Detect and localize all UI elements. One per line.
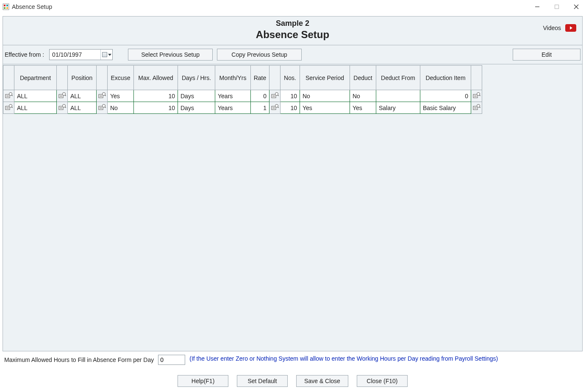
cell-nos[interactable]: 10	[281, 102, 300, 114]
col-service-period[interactable]: Service Period	[300, 66, 350, 90]
copy-previous-setup-button[interactable]: Copy Previous Setup	[217, 49, 302, 61]
col-deduct-from[interactable]: Deduct From	[376, 66, 420, 90]
row-selector[interactable]	[3, 102, 14, 114]
svg-point-22	[102, 93, 105, 96]
svg-line-48	[105, 107, 106, 108]
cell-deduct-from[interactable]	[376, 90, 420, 102]
button-row: Help(F1) Set Default Save & Close Close …	[4, 373, 581, 388]
col-position[interactable]: Position	[68, 66, 97, 90]
caret-down-icon	[108, 54, 111, 56]
col-max-allowed[interactable]: Max. Allowed	[134, 66, 178, 90]
maximize-button[interactable]	[547, 0, 567, 14]
department-lookup-button[interactable]	[57, 90, 68, 102]
max-hours-input[interactable]	[158, 355, 185, 365]
cell-position[interactable]: ALL	[68, 102, 97, 114]
svg-rect-29	[473, 94, 478, 98]
youtube-icon[interactable]	[565, 24, 576, 32]
close-button[interactable]	[567, 0, 586, 14]
col-days-hrs[interactable]: Days / Hrs.	[178, 66, 215, 90]
set-default-button[interactable]: Set Default	[237, 375, 288, 387]
svg-point-42	[62, 105, 65, 108]
svg-line-18	[65, 95, 66, 96]
cell-month-yrs[interactable]: Years	[215, 90, 251, 102]
svg-point-12	[9, 93, 12, 96]
lookup-icon	[473, 92, 480, 99]
row-selector[interactable]	[3, 90, 14, 102]
videos-link[interactable]: Videos	[543, 25, 561, 31]
svg-point-37	[9, 105, 12, 108]
col-deduct[interactable]: Deduct	[350, 66, 376, 90]
edit-button[interactable]: Edit	[513, 49, 580, 61]
cell-excuse[interactable]: Yes	[108, 90, 134, 102]
lookup-icon	[271, 104, 279, 110]
cell-department[interactable]: ALL	[14, 102, 57, 114]
close-f10-button[interactable]: Close (F10)	[357, 375, 408, 387]
col-rate[interactable]: Rate	[251, 66, 269, 90]
cell-month-yrs[interactable]: Years	[215, 102, 251, 114]
svg-line-53	[278, 107, 278, 108]
cell-rate[interactable]: 1	[251, 102, 269, 114]
table-row[interactable]: ALLALLYes10DaysYears010NoNo0	[3, 90, 482, 102]
col-department[interactable]: Department	[14, 66, 57, 90]
svg-rect-14	[59, 94, 63, 98]
cell-deduct-from[interactable]: Salary	[376, 102, 420, 114]
deduction-item-lookup-button[interactable]	[471, 90, 482, 102]
svg-rect-49	[272, 106, 276, 110]
rate-lookup-button[interactable]	[269, 102, 281, 114]
cell-excuse[interactable]: No	[108, 102, 134, 114]
cell-days-hrs[interactable]: Days	[178, 90, 215, 102]
cell-max-allowed[interactable]: 10	[134, 90, 178, 102]
cell-max-allowed[interactable]: 10	[134, 102, 178, 114]
position-lookup-button[interactable]	[97, 102, 108, 114]
svg-point-17	[62, 93, 65, 96]
cell-rate[interactable]: 0	[251, 90, 269, 102]
cell-deduct[interactable]: Yes	[350, 102, 376, 114]
rate-lookup-button[interactable]	[269, 90, 281, 102]
deduction-item-lookup-button[interactable]	[471, 102, 482, 114]
svg-line-23	[105, 95, 106, 96]
cell-department[interactable]: ALL	[14, 90, 57, 102]
absence-grid[interactable]: Department Position Excuse Max. Allowed …	[3, 65, 482, 114]
effective-from-value: 01/10/1997	[50, 51, 100, 58]
svg-rect-1	[4, 5, 6, 6]
window: Absence Setup Sample 2 Absence Setup Vid…	[0, 0, 586, 392]
cell-service-period[interactable]: No	[300, 90, 350, 102]
effective-from-datepicker[interactable]: 01/10/1997	[49, 49, 113, 60]
svg-rect-4	[6, 7, 8, 9]
department-lookup-button[interactable]	[57, 102, 68, 114]
svg-rect-9	[6, 94, 10, 98]
col-nos[interactable]: Nos.	[281, 66, 300, 90]
titlebar: Absence Setup	[0, 0, 586, 14]
lookup-icon	[473, 104, 480, 110]
cell-service-period[interactable]: Yes	[300, 102, 350, 114]
minimize-button[interactable]	[528, 0, 547, 14]
svg-point-52	[275, 105, 278, 108]
cell-days-hrs[interactable]: Days	[178, 102, 215, 114]
effective-from-label: Effective from :	[5, 51, 44, 58]
footer: Maximum Allowed Hours to Fill in Absence…	[3, 351, 583, 389]
select-previous-setup-button[interactable]: Select Previous Setup	[128, 49, 213, 61]
cell-deduction-item[interactable]: 0	[420, 90, 471, 102]
position-lookup-button[interactable]	[97, 90, 108, 102]
svg-rect-44	[99, 106, 103, 110]
calendar-dropdown-button[interactable]	[100, 50, 112, 60]
window-title: Absence Setup	[12, 3, 52, 10]
svg-rect-39	[59, 106, 63, 110]
client-area: Sample 2 Absence Setup Videos Effective …	[0, 14, 586, 392]
toolbar: Effective from : 01/10/1997 Select Previ…	[3, 45, 583, 64]
col-month-yrs[interactable]: Month/Yrs	[215, 66, 251, 90]
cell-deduct[interactable]: No	[350, 90, 376, 102]
max-hours-label: Maximum Allowed Hours to Fill in Absence…	[4, 356, 154, 363]
svg-point-47	[102, 105, 105, 108]
save-close-button[interactable]: Save & Close	[296, 375, 348, 387]
help-button[interactable]: Help(F1)	[178, 375, 228, 387]
table-row[interactable]: ALLALLNo10DaysYears110YesYesSalaryBasic …	[3, 102, 482, 114]
col-excuse[interactable]: Excuse	[108, 66, 134, 90]
col-deduction-item[interactable]: Deduction Item	[420, 66, 471, 90]
header-box: Sample 2 Absence Setup Videos	[3, 16, 583, 45]
cell-position[interactable]: ALL	[68, 90, 97, 102]
cell-deduction-item[interactable]: Basic Salary	[420, 102, 471, 114]
svg-line-33	[479, 95, 480, 96]
cell-nos[interactable]: 10	[281, 90, 300, 102]
svg-rect-34	[6, 106, 10, 110]
